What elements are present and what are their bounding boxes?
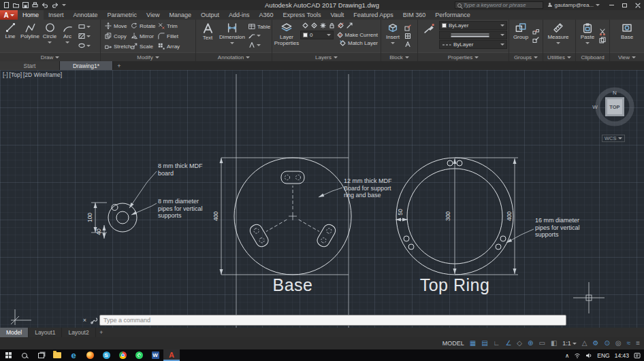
hatch-button[interactable] bbox=[77, 32, 92, 40]
lineweight-toggle[interactable]: ▭ bbox=[538, 340, 545, 347]
groups-panel-label[interactable]: Groups bbox=[509, 52, 543, 61]
undo-icon[interactable] bbox=[42, 2, 48, 8]
group-edit-icon[interactable] bbox=[532, 37, 539, 44]
firefox-button[interactable] bbox=[82, 349, 98, 361]
modify-panel-label[interactable]: Modify bbox=[101, 52, 195, 61]
file-tab-start[interactable]: Start bbox=[0, 61, 60, 70]
note-8mm-pipes[interactable]: 8 mm diameter pipes for vertical support… bbox=[158, 198, 214, 220]
plot-icon[interactable] bbox=[32, 2, 38, 8]
layer-match-icon[interactable] bbox=[338, 22, 344, 29]
clipboard-panel-label[interactable]: Clipboard bbox=[576, 52, 609, 61]
tray-expand-button[interactable]: ∧ bbox=[565, 352, 569, 359]
help-search[interactable] bbox=[455, 1, 543, 9]
redo-icon[interactable] bbox=[52, 2, 59, 8]
tab-a360[interactable]: A360 bbox=[255, 10, 278, 20]
isolate-objects-button[interactable]: ◎ bbox=[615, 340, 622, 347]
language-indicator[interactable]: ENG bbox=[597, 352, 609, 359]
layer-dropdown[interactable]: 0 bbox=[300, 31, 334, 39]
autocad-taskbar-button[interactable]: A bbox=[163, 349, 180, 361]
ellipse-button[interactable] bbox=[77, 41, 92, 50]
view-panel-label[interactable]: View bbox=[610, 52, 644, 61]
rotate-button[interactable]: Rotate bbox=[129, 21, 157, 31]
open-file-icon[interactable] bbox=[13, 2, 19, 8]
new-drawing-tab-button[interactable]: + bbox=[113, 61, 125, 70]
base-title[interactable]: Base bbox=[273, 275, 313, 295]
model-space-canvas[interactable]: 100 40 400 bbox=[0, 70, 644, 328]
note-16mm-pipes[interactable]: 16 mm diameter pipes for vertical suppor… bbox=[535, 217, 588, 239]
fillet-button[interactable]: Fillet bbox=[157, 31, 181, 41]
scale-button[interactable]: Scale bbox=[129, 41, 157, 52]
match-layer-button[interactable]: Match Layer bbox=[338, 40, 379, 46]
layer-properties-button[interactable]: Layer Properties bbox=[274, 20, 300, 52]
qat-dropdown-icon[interactable] bbox=[62, 4, 66, 6]
tab-performance[interactable]: Performance bbox=[430, 10, 475, 20]
block-panel-label[interactable]: Block bbox=[381, 52, 417, 61]
trim-button[interactable]: Trim bbox=[157, 21, 181, 31]
chrome-button[interactable] bbox=[114, 349, 131, 361]
search-input[interactable] bbox=[464, 2, 541, 8]
start-button[interactable] bbox=[0, 349, 16, 361]
top-ring-title[interactable]: Top Ring bbox=[420, 275, 490, 295]
skype-button[interactable]: S bbox=[98, 349, 114, 361]
note-8mm-mdf-board[interactable]: 8 mm thick MDF board bbox=[158, 162, 204, 177]
properties-panel-label[interactable]: Properties bbox=[418, 52, 509, 61]
viewcube[interactable]: TOP N W bbox=[592, 90, 632, 124]
annotation-panel-label[interactable]: Annotation bbox=[196, 52, 272, 61]
polar-toggle[interactable]: ∠ bbox=[505, 340, 511, 347]
edge-button[interactable]: e bbox=[65, 349, 82, 361]
object-color-dropdown[interactable]: ByLayer bbox=[439, 21, 507, 30]
action-center-icon[interactable] bbox=[634, 352, 641, 359]
layer-freeze-icon[interactable] bbox=[320, 22, 326, 29]
line-button[interactable]: Line bbox=[1, 20, 19, 52]
leader-button[interactable] bbox=[247, 31, 272, 39]
support-plate-detail[interactable]: 100 40 bbox=[86, 171, 157, 239]
file-tab-drawing1[interactable]: Drawing1* bbox=[60, 61, 113, 70]
network-icon[interactable] bbox=[574, 352, 581, 359]
cut-icon[interactable] bbox=[599, 29, 606, 35]
wcs-control[interactable]: WCS bbox=[602, 135, 625, 142]
file-explorer-button[interactable] bbox=[49, 349, 65, 361]
tab-home[interactable]: Home bbox=[18, 10, 44, 20]
text-button[interactable]: Text bbox=[197, 20, 218, 52]
task-view-button[interactable] bbox=[33, 349, 49, 361]
grid-toggle[interactable]: ▦ bbox=[470, 340, 476, 347]
new-file-icon[interactable] bbox=[3, 2, 10, 8]
utilities-panel-label[interactable]: Utilities bbox=[543, 52, 575, 61]
lineweight-dropdown[interactable] bbox=[439, 31, 507, 39]
tab-bim360[interactable]: BIM 360 bbox=[398, 10, 431, 20]
annotation-scale-button[interactable]: 1:1 bbox=[562, 340, 577, 347]
drawing-geometry[interactable]: 100 40 400 bbox=[0, 70, 644, 328]
tab-express-tools[interactable]: Express Tools bbox=[278, 10, 326, 20]
block-edit-icon[interactable] bbox=[404, 24, 411, 31]
text-style-button[interactable] bbox=[247, 41, 272, 49]
dimension-button[interactable]: Dimension bbox=[219, 20, 246, 52]
array-button[interactable]: Array bbox=[157, 41, 181, 52]
insert-button[interactable]: Insert bbox=[383, 20, 403, 52]
paste-button[interactable]: Paste bbox=[577, 20, 598, 52]
layer-lock-icon[interactable] bbox=[329, 22, 335, 29]
close-button[interactable] bbox=[631, 0, 644, 10]
tab-annotate[interactable]: Annotate bbox=[69, 10, 103, 20]
command-customize-wrench-icon[interactable] bbox=[91, 317, 98, 324]
tab-parametric[interactable]: Parametric bbox=[103, 10, 142, 20]
tab-vault[interactable]: Vault bbox=[325, 10, 349, 20]
circle-button[interactable]: Circle bbox=[41, 20, 59, 52]
layer-off-icon[interactable] bbox=[302, 22, 308, 29]
layout-tab-layout2[interactable]: Layout2 bbox=[62, 328, 95, 337]
save-icon[interactable] bbox=[22, 2, 29, 8]
tab-view[interactable]: View bbox=[142, 10, 164, 20]
linetype-dropdown[interactable]: ByLayer bbox=[439, 40, 507, 49]
speaker-icon[interactable] bbox=[585, 352, 592, 359]
clock[interactable]: 14:43 bbox=[615, 352, 629, 359]
match-properties-button[interactable] bbox=[419, 20, 438, 52]
command-input[interactable] bbox=[99, 315, 566, 326]
base-view[interactable]: 400 bbox=[212, 158, 351, 275]
maximize-button[interactable] bbox=[618, 0, 631, 10]
arc-button[interactable]: Arc bbox=[59, 20, 76, 52]
tab-manage[interactable]: Manage bbox=[164, 10, 196, 20]
layer-isolate-icon[interactable] bbox=[311, 22, 317, 29]
account-signin[interactable]: gautamp@rea... bbox=[547, 2, 600, 8]
copy-button[interactable]: Copy bbox=[103, 31, 129, 41]
note-12mm-mdf-board[interactable]: 12 mm thick MDF Board for support ring a… bbox=[344, 177, 401, 199]
stretch-button[interactable]: Stretch bbox=[103, 41, 129, 52]
